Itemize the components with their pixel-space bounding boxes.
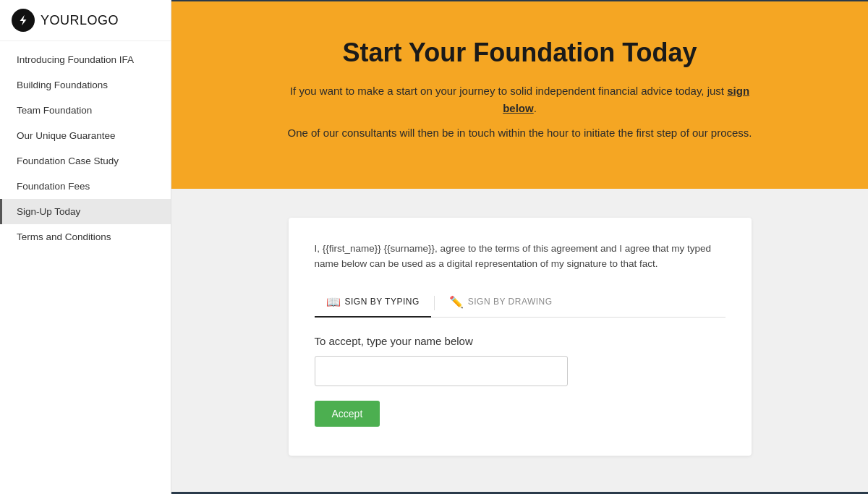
sidebar-item-signup[interactable]: Sign-Up Today (0, 199, 171, 224)
sidebar-item-building[interactable]: Building Foundations (0, 72, 171, 98)
main-content: Start Your Foundation Today If you want … (171, 0, 868, 494)
banner-subtitle-line1: If you want to make a start on your jour… (274, 82, 766, 117)
name-field-label: To accept, type your name below (315, 335, 726, 347)
logo-bold: YOUR (41, 13, 80, 27)
sidebar-item-team[interactable]: Team Foundation (0, 98, 171, 123)
name-input[interactable] (315, 356, 568, 386)
banner-line1-start: If you want to make a start on your jour… (290, 85, 727, 97)
banner-subtitle-line2: One of our consultants will then be in t… (274, 124, 766, 142)
logo-area: YOURLOGO (0, 0, 171, 41)
sidebar-item-introducing[interactable]: Introducing Foundation IFA (0, 47, 171, 72)
signup-card: I, {{first_name}} {{surname}}, agree to … (289, 218, 752, 456)
banner-title: Start Your Foundation Today (200, 38, 839, 68)
sidebar-nav: Introducing Foundation IFA Building Foun… (0, 41, 171, 494)
book-icon: 📖 (326, 295, 341, 309)
svg-marker-0 (20, 15, 27, 25)
sidebar-item-case-study[interactable]: Foundation Case Study (0, 148, 171, 174)
signature-tabs: 📖 SIGN BY TYPING ✏️ SIGN BY DRAWING (315, 289, 726, 318)
orange-banner: Start Your Foundation Today If you want … (171, 1, 868, 189)
logo-icon (12, 9, 35, 32)
pen-icon: ✏️ (449, 295, 464, 309)
agreement-text: I, {{first_name}} {{surname}}, agree to … (315, 241, 726, 272)
sidebar-item-guarantee[interactable]: Our Unique Guarantee (0, 123, 171, 148)
logo-text: YOURLOGO (41, 13, 119, 28)
lightning-icon (17, 14, 30, 27)
signup-area: I, {{first_name}} {{surname}}, agree to … (171, 189, 868, 492)
tab-sign-typing[interactable]: 📖 SIGN BY TYPING (315, 289, 431, 318)
tab-typing-label: SIGN BY TYPING (345, 297, 420, 307)
accept-button[interactable]: Accept (315, 401, 380, 427)
sidebar-item-fees[interactable]: Foundation Fees (0, 174, 171, 199)
sidebar: YOURLOGO Introducing Foundation IFA Buil… (0, 0, 171, 494)
tab-drawing-label: SIGN BY DRAWING (468, 297, 553, 307)
tab-divider (434, 296, 435, 310)
logo-light: LOGO (80, 13, 119, 27)
tab-sign-drawing[interactable]: ✏️ SIGN BY DRAWING (438, 289, 564, 318)
banner-line1-end: . (534, 102, 537, 114)
sidebar-item-terms[interactable]: Terms and Conditions (0, 224, 171, 250)
